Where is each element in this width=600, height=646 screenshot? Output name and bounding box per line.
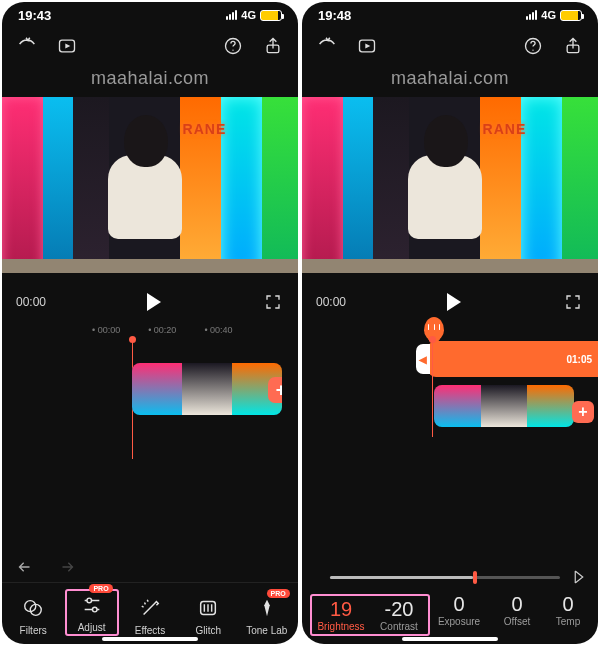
tool-effects[interactable]: Effects: [123, 596, 177, 636]
signal-icon: [226, 10, 237, 20]
preview-sign-text: RANE: [183, 121, 227, 137]
undo-icon[interactable]: [16, 556, 38, 578]
clip-trim-handle[interactable]: ◀: [416, 344, 430, 374]
param-label: Temp: [546, 616, 590, 627]
param-contrast[interactable]: -20 Contrast: [370, 599, 428, 632]
tool-bar: Filters PRO Adjust Effects Glitch PRO: [2, 582, 298, 644]
right-screenshot: 19:48 4G maahalai.com: [302, 2, 598, 644]
share-icon[interactable]: [262, 35, 284, 57]
status-bar: 19:43 4G: [2, 2, 298, 28]
svg-point-7: [92, 607, 97, 612]
network-label: 4G: [541, 9, 556, 21]
watermark-text: maahalai.com: [302, 64, 598, 97]
pro-badge: PRO: [267, 589, 290, 598]
param-value: -20: [370, 599, 428, 620]
add-clip-button[interactable]: +: [572, 401, 594, 423]
tool-tonelab[interactable]: PRO Tone Lab: [240, 596, 294, 636]
playback-controls: 00:00: [2, 273, 298, 323]
timeline[interactable]: ◀ 01:05 +: [302, 323, 598, 560]
pro-badge: PRO: [89, 584, 112, 593]
playhead[interactable]: [432, 339, 433, 437]
fullscreen-icon[interactable]: [262, 291, 284, 313]
param-label: Exposure: [430, 616, 488, 627]
add-clip-button[interactable]: +: [268, 377, 282, 403]
param-value: 19: [312, 599, 370, 620]
compare-icon[interactable]: [570, 568, 588, 586]
ruler-tick: 00:00: [92, 325, 120, 335]
back-icon[interactable]: [316, 35, 338, 57]
svg-point-11: [532, 50, 533, 51]
app-top-bar: [2, 28, 298, 64]
preview-video-icon[interactable]: [56, 35, 78, 57]
watermark-text: maahalai.com: [2, 64, 298, 97]
value-slider-row: [302, 560, 598, 592]
home-indicator[interactable]: [102, 637, 198, 641]
svg-point-6: [87, 598, 92, 603]
playback-controls: 00:00: [302, 273, 598, 323]
back-icon[interactable]: [16, 35, 38, 57]
param-offset[interactable]: 0 Offset: [488, 594, 546, 627]
clip-duration: 01:05: [566, 354, 592, 365]
param-label: Brightness: [312, 621, 370, 632]
help-icon[interactable]: [222, 35, 244, 57]
timeline[interactable]: 00:00 00:20 00:40 +: [2, 323, 298, 552]
status-bar: 19:48 4G: [302, 2, 598, 28]
current-time: 00:00: [316, 295, 346, 309]
tool-label: Glitch: [196, 625, 222, 636]
param-brightness[interactable]: 19 Brightness: [312, 599, 370, 632]
highlighted-params: 19 Brightness -20 Contrast: [310, 594, 430, 636]
network-label: 4G: [241, 9, 256, 21]
video-clip[interactable]: [434, 385, 574, 427]
param-temp[interactable]: 0 Temp: [546, 594, 590, 627]
play-button[interactable]: [147, 293, 161, 311]
ruler-tick: 00:40: [204, 325, 232, 335]
glitch-icon: [196, 596, 220, 620]
param-label: Offset: [488, 616, 546, 627]
param-value: 0: [488, 594, 546, 615]
param-label: Contrast: [370, 621, 428, 632]
fullscreen-icon[interactable]: [562, 291, 584, 313]
tool-glitch[interactable]: Glitch: [181, 596, 235, 636]
adjustment-clip[interactable]: ◀ 01:05: [428, 341, 598, 377]
timeline-ruler: 00:00 00:20 00:40: [2, 323, 298, 339]
adjust-icon: [80, 593, 104, 617]
home-indicator[interactable]: [402, 637, 498, 641]
value-slider[interactable]: [330, 576, 560, 579]
tool-label: Effects: [135, 625, 165, 636]
status-time: 19:43: [18, 8, 51, 23]
param-value: 0: [546, 594, 590, 615]
status-right: 4G: [526, 9, 582, 21]
tool-filters[interactable]: Filters: [6, 596, 60, 636]
tonelab-icon: [255, 596, 279, 620]
preview-sign-text: RANE: [483, 121, 527, 137]
battery-icon: [260, 10, 282, 21]
video-preview[interactable]: RANE: [302, 97, 598, 273]
param-exposure[interactable]: 0 Exposure: [430, 594, 488, 627]
tool-label: Tone Lab: [246, 625, 287, 636]
ruler-tick: 00:20: [148, 325, 176, 335]
current-time: 00:00: [16, 295, 46, 309]
redo-icon[interactable]: [54, 556, 76, 578]
svg-point-2: [232, 50, 233, 51]
signal-icon: [526, 10, 537, 20]
preview-video-icon[interactable]: [356, 35, 378, 57]
tool-label: Filters: [20, 625, 47, 636]
status-time: 19:48: [318, 8, 351, 23]
param-value: 0: [430, 594, 488, 615]
left-screenshot: 19:43 4G maahalai.com: [2, 2, 298, 644]
share-icon[interactable]: [562, 35, 584, 57]
battery-icon: [560, 10, 582, 21]
filters-icon: [21, 596, 45, 620]
video-clip[interactable]: +: [132, 363, 282, 415]
tool-adjust[interactable]: PRO Adjust: [65, 589, 119, 636]
video-preview[interactable]: RANE: [2, 97, 298, 273]
tool-label: Adjust: [78, 622, 106, 633]
effects-icon: [138, 596, 162, 620]
status-right: 4G: [226, 9, 282, 21]
help-icon[interactable]: [522, 35, 544, 57]
play-button[interactable]: [447, 293, 461, 311]
undo-row: [2, 552, 298, 582]
app-top-bar: [302, 28, 598, 64]
